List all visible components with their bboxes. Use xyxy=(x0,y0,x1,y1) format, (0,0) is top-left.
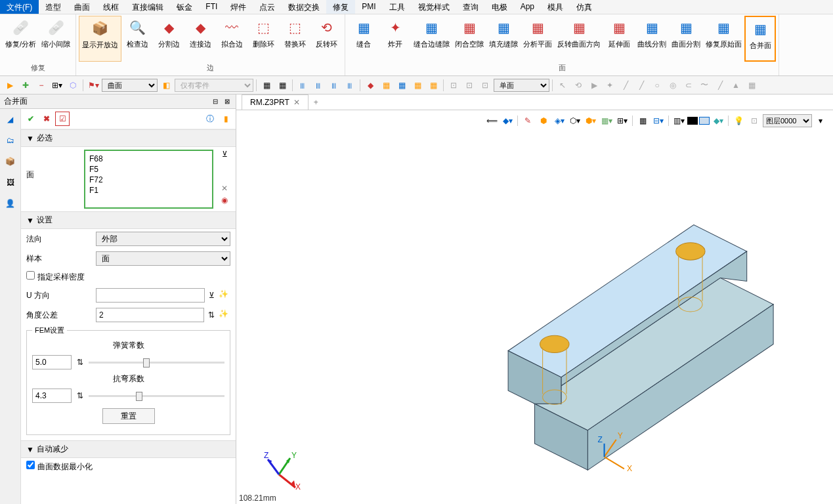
menu-item[interactable]: FTI xyxy=(199,0,224,14)
menu-item[interactable]: 直接编辑 xyxy=(125,0,170,14)
3d-canvas[interactable]: X Y Z xyxy=(236,131,833,504)
entity-type-select[interactable]: 曲面 xyxy=(102,79,158,92)
ribbon-炸开[interactable]: ✦炸开 xyxy=(379,16,411,62)
view-icon[interactable]: ▥▾ xyxy=(672,114,686,127)
tool-icon[interactable]: ○ xyxy=(650,78,664,93)
wand-icon[interactable]: ✨ xyxy=(219,289,230,301)
color-swatch[interactable] xyxy=(699,117,710,125)
view-icon[interactable]: ▦▾ xyxy=(599,114,614,127)
wand-icon[interactable]: ✨ xyxy=(219,309,230,321)
tool-icon[interactable]: ⊡ xyxy=(478,78,492,93)
ribbon-缝合边缝隙[interactable]: ▦缝合边缝隙 xyxy=(411,16,452,62)
menu-item[interactable]: 数据交换 xyxy=(282,0,326,14)
spring-slider[interactable] xyxy=(89,356,224,369)
ribbon-连接边[interactable]: ◆连接边 xyxy=(184,16,216,62)
color-swatch[interactable] xyxy=(687,117,698,125)
menu-item[interactable]: 模具 xyxy=(541,0,570,14)
face-list[interactable]: F68F5F72F1 xyxy=(84,150,213,209)
tool-icon[interactable]: ▦ xyxy=(395,78,409,93)
angle-input[interactable] xyxy=(96,308,204,322)
spinner-icon[interactable]: ⊻ xyxy=(209,291,215,300)
add-tab-button[interactable]: + xyxy=(309,95,324,110)
menu-item[interactable]: 仿真 xyxy=(570,0,599,14)
menu-file[interactable]: 文件(F) xyxy=(0,0,39,14)
dropdown-icon[interactable]: ▾ xyxy=(813,114,828,127)
density-checkbox[interactable]: 指定采样密度 xyxy=(26,271,85,283)
tool-icon[interactable]: ⫼ xyxy=(343,78,357,93)
menu-item[interactable]: 查询 xyxy=(456,0,485,14)
section-auto[interactable]: ▼ 自动减少 xyxy=(21,440,236,458)
bend-slider[interactable] xyxy=(89,389,224,402)
cancel-icon[interactable]: ✖ xyxy=(39,112,54,126)
layer-icon[interactable]: ⊡ xyxy=(747,114,761,127)
view-icon[interactable]: ⟸ xyxy=(484,114,499,127)
menu-item[interactable]: 造型 xyxy=(39,0,68,14)
view-icon[interactable]: ⊞▾ xyxy=(615,114,630,127)
ribbon-分割边[interactable]: ◆分割边 xyxy=(153,16,184,62)
tool-icon[interactable]: ╱ xyxy=(713,78,727,93)
tool-icon[interactable]: ⫼ xyxy=(311,78,326,93)
tool-icon[interactable]: ▦ xyxy=(426,78,440,93)
ribbon-填充缝隙[interactable]: ▦填充缝隙 xyxy=(486,16,521,62)
ribbon-替换环[interactable]: ⬚替换环 xyxy=(279,16,310,62)
expand-icon[interactable]: ⊞▾ xyxy=(50,78,64,93)
spinner-icon[interactable]: ⇅ xyxy=(77,358,83,367)
document-tab[interactable]: RM.Z3PRT ✕ xyxy=(242,94,309,110)
ribbon-删除环[interactable]: ⬚删除环 xyxy=(247,16,279,62)
ribbon-合并面[interactable]: ▦合并面 xyxy=(744,16,776,62)
list-item[interactable]: F72 xyxy=(89,175,208,185)
ribbon-修复原始面[interactable]: ▦修复原始面 xyxy=(703,16,744,62)
menu-item[interactable]: 曲面 xyxy=(68,0,96,14)
tree-icon[interactable]: 🗂 xyxy=(3,133,18,148)
tool-icon[interactable]: ✦ xyxy=(603,78,617,93)
list-item[interactable]: F1 xyxy=(89,185,208,196)
tool-icon[interactable]: ▦ xyxy=(275,78,289,93)
view-icon[interactable]: ✎ xyxy=(521,114,535,127)
tool-icon[interactable]: ▦ xyxy=(379,78,393,93)
view-icon[interactable]: ▦ xyxy=(635,114,650,127)
view-triad[interactable]: X Y Z xyxy=(263,452,302,491)
view-icon[interactable]: ◆▾ xyxy=(500,114,515,127)
ribbon-分析平面[interactable]: ▦分析平面 xyxy=(521,16,555,62)
ribbon-反转环[interactable]: ⟲反转环 xyxy=(310,16,342,62)
menu-item[interactable]: 电极 xyxy=(485,0,514,14)
tool-icon[interactable]: ⫼ xyxy=(327,78,341,93)
tool-icon[interactable]: ▦ xyxy=(744,78,759,93)
tool-icon[interactable]: ▲ xyxy=(729,78,743,93)
tool-icon[interactable]: ⟲ xyxy=(571,78,586,93)
flag-icon[interactable]: ⚑▾ xyxy=(86,78,100,93)
minus-icon[interactable]: − xyxy=(34,78,49,93)
view-icon[interactable]: ⬢ xyxy=(536,114,551,127)
ribbon-修复/分析[interactable]: 🩹修复/分析 xyxy=(3,16,39,62)
ribbon-缩小间隙[interactable]: 🩹缩小间隙 xyxy=(39,16,73,62)
menu-item[interactable]: 点云 xyxy=(253,0,282,14)
info-icon[interactable]: ⓘ xyxy=(203,112,217,126)
add-icon[interactable]: ✚ xyxy=(18,78,33,93)
arrow-icon[interactable]: ↖ xyxy=(555,78,570,93)
hex-icon[interactable]: ⬡ xyxy=(66,78,80,93)
minimize-icon[interactable]: ⊟ xyxy=(211,97,220,106)
menu-item[interactable]: 钣金 xyxy=(170,0,199,14)
tool-icon[interactable]: ⊡ xyxy=(462,78,477,93)
menu-item[interactable]: 焊件 xyxy=(224,0,253,14)
minimize-checkbox[interactable]: 曲面数据最小化 xyxy=(26,461,93,472)
ok-icon[interactable]: ✔ xyxy=(24,112,38,126)
pointer-icon[interactable]: ▶ xyxy=(3,78,17,93)
menu-item-active[interactable]: 修复 xyxy=(326,0,355,14)
tool-icon[interactable]: ▦ xyxy=(259,78,274,93)
apply-icon[interactable]: ☑ xyxy=(55,112,70,126)
ribbon-显示开放边[interactable]: 📦显示开放边 xyxy=(79,16,121,62)
ribbon-闭合空隙[interactable]: ▦闭合空隙 xyxy=(452,16,486,62)
tool-icon[interactable]: ╱ xyxy=(618,78,633,93)
bulb-icon[interactable]: 💡 xyxy=(731,114,746,127)
pick-icon[interactable]: ◉ xyxy=(221,196,228,205)
ribbon-缝合[interactable]: ▦缝合 xyxy=(348,16,379,62)
filter-select[interactable]: 仅有零件 xyxy=(175,79,253,92)
ribbon-延伸面[interactable]: ▦延伸面 xyxy=(603,16,635,62)
spinner-icon[interactable]: ⇅ xyxy=(77,391,83,400)
tool-icon[interactable]: ╱ xyxy=(634,78,649,93)
view-icon[interactable]: ◆▾ xyxy=(711,114,725,127)
ribbon-检查边[interactable]: 🔍检查边 xyxy=(121,16,153,62)
ribbon-反转曲面方向[interactable]: ▦反转曲面方向 xyxy=(555,16,603,62)
face-mode-select[interactable]: 单面 xyxy=(494,79,549,92)
